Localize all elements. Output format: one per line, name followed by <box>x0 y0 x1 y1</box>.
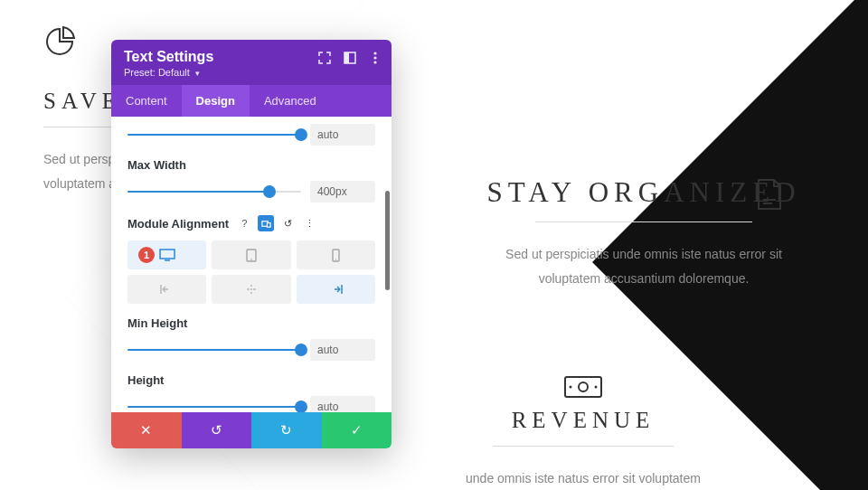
redo-button[interactable]: ↻ <box>251 412 322 448</box>
feature-revenue-body: unde omnis iste natus error sit voluptat… <box>429 466 737 490</box>
more-icon[interactable]: ⋮ <box>301 215 317 231</box>
feature-organized-heading: STAY ORGANIZED <box>436 176 852 209</box>
panel-body: auto Max Width 400px Module Alignment ? <box>111 117 392 412</box>
page-background: SAVE T Sed ut perspi voluptatem a STAY O… <box>0 0 868 490</box>
callout-badge-1: 1 <box>138 247 155 263</box>
kebab-menu-icon[interactable] <box>368 51 382 65</box>
min-height-row: auto <box>127 339 375 361</box>
feature-organized-body: Sed ut perspiciatis unde omnis iste natu… <box>481 242 807 290</box>
width-slider-row: auto <box>127 124 375 146</box>
svg-point-2 <box>570 386 572 389</box>
preset-value: Default <box>158 67 190 78</box>
caret-down-icon: ▾ <box>195 69 200 78</box>
responsive-icon[interactable] <box>258 215 274 231</box>
min-height-value[interactable]: auto <box>310 339 375 361</box>
svg-point-7 <box>373 56 376 59</box>
svg-point-15 <box>335 259 336 259</box>
svg-point-1 <box>579 382 588 391</box>
height-value[interactable]: auto <box>310 396 375 412</box>
reset-icon[interactable]: ↺ <box>279 215 296 231</box>
device-tabs: 1 <box>127 240 375 269</box>
expand-icon[interactable] <box>317 51 332 65</box>
max-width-row: 400px <box>127 181 375 203</box>
undo-icon: ↺ <box>211 422 222 438</box>
panel-tabs: Content Design Advanced <box>111 85 392 117</box>
snap-panel-icon[interactable] <box>343 51 357 65</box>
feature-revenue-heading: REVENUE <box>375 408 791 433</box>
scrollbar-thumb[interactable] <box>385 191 390 290</box>
svg-rect-11 <box>160 250 175 259</box>
min-height-slider[interactable] <box>127 342 301 358</box>
save-button[interactable]: ✓ <box>322 412 392 448</box>
svg-point-8 <box>373 61 376 63</box>
label-height: Height <box>127 373 375 387</box>
preset-label: Preset: <box>124 67 156 78</box>
svg-point-13 <box>250 259 252 260</box>
height-slider[interactable] <box>127 399 301 412</box>
svg-point-6 <box>373 52 376 54</box>
tab-design[interactable]: Design <box>182 85 250 117</box>
panel-titlebar[interactable]: Text Settings Preset: Default ▾ <box>111 40 392 85</box>
align-center[interactable] <box>212 275 290 304</box>
label-module-alignment-text: Module Alignment <box>127 217 229 231</box>
divider <box>535 221 752 222</box>
svg-point-3 <box>595 386 598 389</box>
svg-rect-10 <box>267 222 270 227</box>
close-icon: ✕ <box>140 422 152 438</box>
cash-icon <box>563 375 603 402</box>
height-row: auto <box>127 396 375 412</box>
undo-button[interactable]: ↺ <box>182 412 252 448</box>
panel-preset[interactable]: Preset: Default ▾ <box>124 67 379 78</box>
panel-footer: ✕ ↺ ↻ ✓ <box>111 412 392 448</box>
help-icon[interactable]: ? <box>236 215 252 231</box>
alignment-options <box>127 275 375 304</box>
align-right[interactable] <box>297 275 375 304</box>
width-slider[interactable] <box>127 127 301 143</box>
discard-button[interactable]: ✕ <box>111 412 182 448</box>
width-value[interactable]: auto <box>310 124 375 146</box>
device-tablet[interactable] <box>212 240 290 269</box>
label-module-alignment: Module Alignment ? ↺ ⋮ <box>127 215 375 231</box>
tab-advanced[interactable]: Advanced <box>250 85 331 117</box>
max-width-value[interactable]: 400px <box>310 181 375 203</box>
feature-revenue: REVENUE unde omnis iste natus error sit … <box>375 375 791 490</box>
feature-organized: STAY ORGANIZED Sed ut perspiciatis unde … <box>436 176 852 290</box>
label-max-width: Max Width <box>127 158 375 172</box>
check-icon: ✓ <box>351 422 363 438</box>
align-left[interactable] <box>127 275 206 304</box>
svg-rect-5 <box>344 52 349 63</box>
tab-content[interactable]: Content <box>111 85 182 117</box>
settings-panel: Text Settings Preset: Default ▾ Content … <box>111 40 392 448</box>
divider <box>493 446 674 447</box>
label-min-height: Min Height <box>127 316 375 330</box>
redo-icon: ↻ <box>280 422 292 438</box>
device-phone[interactable] <box>297 240 375 269</box>
max-width-slider[interactable] <box>127 184 301 200</box>
